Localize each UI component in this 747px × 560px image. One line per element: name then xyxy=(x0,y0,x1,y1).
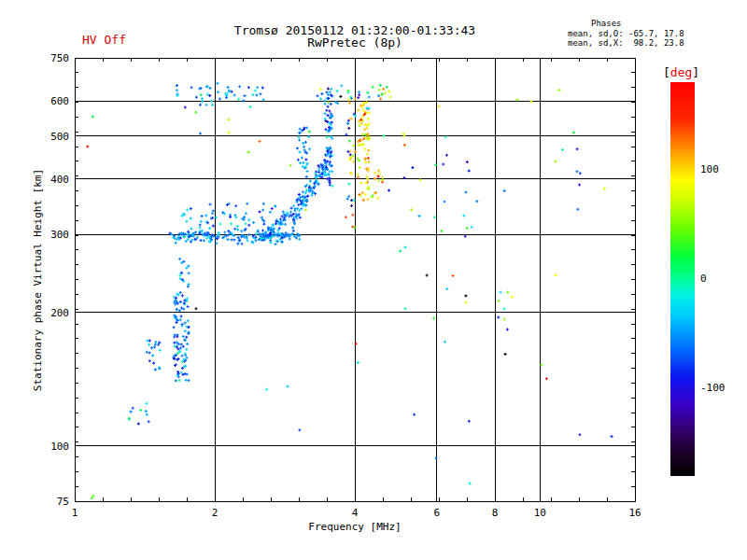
data-point xyxy=(185,336,188,339)
data-point xyxy=(367,157,370,160)
y-tick-label: 500 xyxy=(50,131,69,143)
data-point xyxy=(200,220,203,223)
data-point xyxy=(292,230,295,232)
data-point xyxy=(247,218,250,221)
data-point xyxy=(200,93,203,96)
data-point xyxy=(179,301,182,303)
x-tick-label: 1 xyxy=(72,507,78,519)
data-point xyxy=(578,184,581,187)
data-point xyxy=(247,151,250,154)
data-point xyxy=(249,105,252,108)
data-point xyxy=(130,411,133,413)
data-point xyxy=(244,94,247,97)
data-point xyxy=(471,226,473,229)
data-point xyxy=(148,420,150,423)
data-point xyxy=(185,379,188,382)
data-point xyxy=(186,357,189,359)
data-point xyxy=(360,122,363,125)
data-point xyxy=(558,89,561,91)
data-point xyxy=(304,209,307,212)
data-point xyxy=(298,139,301,142)
data-point xyxy=(296,147,299,149)
data-point xyxy=(324,103,327,105)
data-point xyxy=(346,89,349,91)
data-point xyxy=(154,343,157,346)
ionogram-plot: 12468101675100200300400500600750 Tromsø … xyxy=(0,0,747,560)
data-point xyxy=(251,93,254,96)
data-point xyxy=(464,294,467,297)
data-point xyxy=(305,127,308,130)
data-point xyxy=(247,224,250,227)
tick-labels: 12468101675100200300400500600750 xyxy=(50,52,641,519)
data-point xyxy=(357,361,359,364)
data-point xyxy=(150,346,153,349)
y-tick-label: 100 xyxy=(50,441,69,453)
data-point xyxy=(319,97,322,100)
data-point xyxy=(320,92,323,95)
data-point xyxy=(358,120,360,123)
data-point xyxy=(200,239,203,242)
data-point xyxy=(368,95,371,98)
data-point xyxy=(329,170,331,173)
data-point xyxy=(195,96,198,99)
data-point xyxy=(190,217,192,220)
data-point xyxy=(308,147,311,150)
data-point xyxy=(255,232,258,235)
data-point xyxy=(503,308,506,311)
data-point xyxy=(245,212,247,215)
data-point xyxy=(297,203,300,206)
data-point xyxy=(231,238,233,241)
data-point xyxy=(298,209,301,212)
data-point xyxy=(178,258,181,260)
data-point xyxy=(262,203,265,205)
data-point xyxy=(426,274,429,277)
data-point xyxy=(578,433,581,436)
data-point xyxy=(181,294,184,297)
data-point xyxy=(366,198,369,201)
phases-mean-x: mean, sd,X: 98.2, 23.8 xyxy=(568,38,684,48)
data-point xyxy=(271,207,274,210)
data-point xyxy=(603,188,606,190)
data-point xyxy=(475,200,478,203)
data-point xyxy=(317,182,319,185)
data-point xyxy=(212,209,215,212)
data-point xyxy=(178,379,181,382)
data-point xyxy=(240,230,243,232)
data-point xyxy=(298,238,301,241)
data-point xyxy=(503,318,506,321)
data-point xyxy=(354,150,357,153)
data-point xyxy=(236,243,239,245)
data-point xyxy=(228,131,231,133)
data-point xyxy=(364,193,367,196)
data-point xyxy=(464,190,467,193)
data-point xyxy=(190,228,192,231)
x-tick-label: 2 xyxy=(212,507,218,519)
data-point xyxy=(269,211,272,214)
data-point xyxy=(86,146,89,148)
data-point xyxy=(211,104,214,106)
data-point xyxy=(462,215,465,217)
data-point xyxy=(261,209,264,212)
data-point xyxy=(146,413,148,416)
data-point xyxy=(346,198,349,201)
data-point xyxy=(201,215,204,217)
data-point xyxy=(148,343,150,346)
data-point xyxy=(225,96,228,99)
data-point xyxy=(212,225,215,228)
data-point xyxy=(579,172,582,175)
data-point xyxy=(211,212,214,215)
data-point xyxy=(468,170,471,173)
x-tick-label: 4 xyxy=(352,507,359,519)
data-point xyxy=(444,201,446,203)
data-point xyxy=(378,173,381,175)
data-point xyxy=(359,166,361,169)
data-point xyxy=(261,87,264,90)
data-point xyxy=(377,94,380,97)
data-point xyxy=(238,85,241,88)
data-point xyxy=(468,420,471,423)
data-point xyxy=(346,122,349,125)
data-point xyxy=(187,319,190,322)
data-point xyxy=(404,245,407,248)
data-point xyxy=(289,238,291,241)
data-point xyxy=(137,423,140,426)
